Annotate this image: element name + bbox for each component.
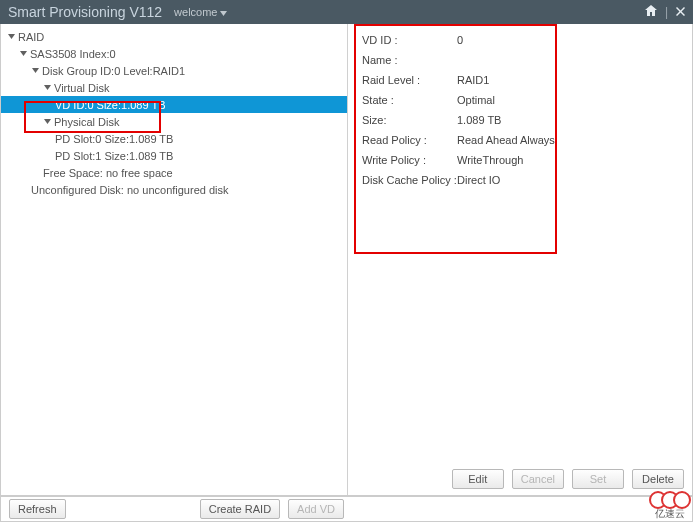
watermark: 亿速云	[649, 491, 691, 521]
divider-icon: |	[665, 5, 668, 19]
tree-physicaldisk-header[interactable]: Physical Disk	[1, 113, 347, 130]
main-panel: RAID SAS3508 Index:0 Disk Group ID:0 Lev…	[0, 24, 693, 496]
caret-down-icon	[19, 50, 27, 58]
button-label: Set	[590, 473, 607, 485]
detail-state: State :Optimal	[362, 90, 678, 110]
create-raid-button[interactable]: Create RAID	[200, 499, 280, 519]
detail-cachepolicy: Disk Cache Policy :Direct IO	[362, 170, 678, 190]
caret-down-icon	[7, 33, 15, 41]
button-label: Refresh	[18, 503, 57, 515]
delete-button[interactable]: Delete	[632, 469, 684, 489]
tree-label: Physical Disk	[54, 116, 119, 128]
detail-raidlevel: Raid Level :RAID1	[362, 70, 678, 90]
tree-label: PD Slot:0 Size:1.089 TB	[55, 133, 173, 145]
details-panel: VD ID :0 Name : Raid Level :RAID1 State …	[348, 24, 692, 495]
button-label: Edit	[468, 473, 487, 485]
tree-pd1[interactable]: PD Slot:1 Size:1.089 TB	[1, 147, 347, 164]
tree-pd0[interactable]: PD Slot:0 Size:1.089 TB	[1, 130, 347, 147]
tree-root-raid[interactable]: RAID	[1, 28, 347, 45]
tree-label: SAS3508 Index:0	[30, 48, 116, 60]
detail-name: Name :	[362, 50, 678, 70]
tree-virtualdisk-header[interactable]: Virtual Disk	[1, 79, 347, 96]
welcome-menu[interactable]: welcome	[174, 6, 227, 18]
tree-controller[interactable]: SAS3508 Index:0	[1, 45, 347, 62]
caret-down-icon	[43, 84, 51, 92]
tree-virtualdisk-item[interactable]: VD ID:0 Size:1.089 TB	[1, 96, 347, 113]
detail-value: RAID1	[457, 74, 489, 86]
tree-label: VD ID:0 Size:1.089 TB	[55, 99, 165, 111]
close-icon[interactable]	[676, 5, 685, 19]
detail-label: Raid Level :	[362, 74, 457, 86]
detail-label: Size:	[362, 114, 457, 126]
chevron-down-icon	[220, 6, 227, 18]
tree-label: Free Space: no free space	[43, 167, 173, 179]
detail-size: Size:1.089 TB	[362, 110, 678, 130]
tree-label: RAID	[18, 31, 44, 43]
detail-value: Direct IO	[457, 174, 500, 186]
caret-down-icon	[31, 67, 39, 75]
tree-panel: RAID SAS3508 Index:0 Disk Group ID:0 Lev…	[1, 24, 348, 495]
welcome-label: welcome	[174, 6, 217, 18]
bottom-bar: Refresh Create RAID Add VD	[0, 496, 693, 522]
detail-label: VD ID :	[362, 34, 457, 46]
tree-label: Disk Group ID:0 Level:RAID1	[42, 65, 185, 77]
detail-label: Name :	[362, 54, 457, 66]
caret-down-icon	[43, 118, 51, 126]
app-title: Smart Provisioning V112	[8, 4, 162, 20]
set-button: Set	[572, 469, 624, 489]
detail-vdid: VD ID :0	[362, 30, 678, 50]
detail-value: WriteThrough	[457, 154, 523, 166]
button-label: Add VD	[297, 503, 335, 515]
tree-freespace[interactable]: Free Space: no free space	[1, 164, 347, 181]
tree-label: PD Slot:1 Size:1.089 TB	[55, 150, 173, 162]
tree-diskgroup[interactable]: Disk Group ID:0 Level:RAID1	[1, 62, 347, 79]
detail-readpolicy: Read Policy :Read Ahead Always	[362, 130, 678, 150]
detail-value: Optimal	[457, 94, 495, 106]
tree-label: Virtual Disk	[54, 82, 109, 94]
detail-label: State :	[362, 94, 457, 106]
tree-unconfigured[interactable]: Unconfigured Disk: no unconfigured disk	[1, 181, 347, 198]
watermark-text: 亿速云	[649, 507, 691, 521]
edit-button[interactable]: Edit	[452, 469, 504, 489]
button-label: Cancel	[521, 473, 555, 485]
button-label: Create RAID	[209, 503, 271, 515]
detail-label: Disk Cache Policy :	[362, 174, 457, 186]
home-icon[interactable]	[645, 5, 657, 19]
title-bar: Smart Provisioning V112 welcome |	[0, 0, 693, 24]
detail-label: Write Policy :	[362, 154, 457, 166]
detail-value: Read Ahead Always	[457, 134, 555, 146]
cancel-button: Cancel	[512, 469, 564, 489]
detail-label: Read Policy :	[362, 134, 457, 146]
detail-value: 0	[457, 34, 463, 46]
detail-value: 1.089 TB	[457, 114, 501, 126]
refresh-button[interactable]: Refresh	[9, 499, 66, 519]
detail-writepolicy: Write Policy :WriteThrough	[362, 150, 678, 170]
add-vd-button: Add VD	[288, 499, 344, 519]
button-label: Delete	[642, 473, 674, 485]
tree-label: Unconfigured Disk: no unconfigured disk	[31, 184, 229, 196]
